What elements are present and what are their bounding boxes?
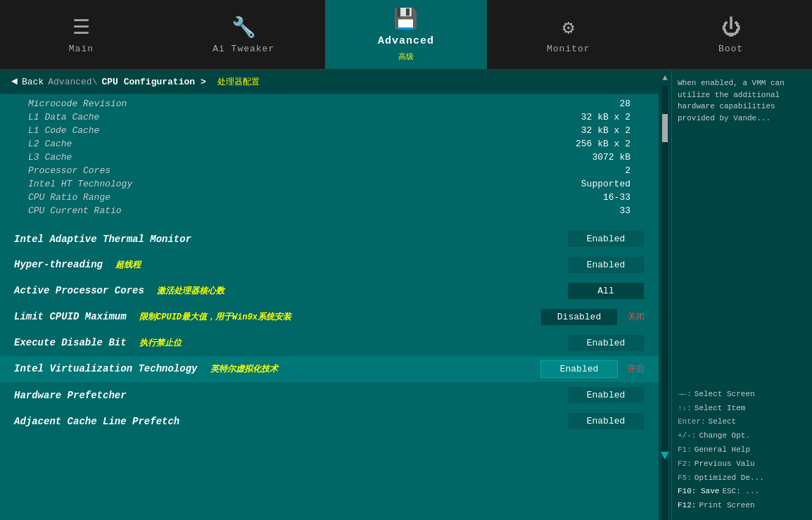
main-area: ◄ Back Advanced\ CPU Configuration > 处理器…: [0, 70, 812, 520]
label-ht: Intel HT Technology: [28, 179, 132, 189]
setting-limit-cpuid[interactable]: Limit CPUID Maximum 限制CPUID最大值，用于Win9x系统…: [0, 304, 659, 330]
setting-active-cores[interactable]: Active Processor Cores 激活处理器核心数 All: [0, 278, 659, 304]
value-l1d: 32 kB x 2: [581, 112, 630, 122]
back-arrow-icon: ◄: [11, 76, 18, 88]
value-ratio-current: 33: [619, 205, 630, 216]
info-row-l3: L3 Cache 3072 kB: [14, 151, 645, 164]
value-execute-disable[interactable]: Enabled: [567, 334, 645, 352]
label-thermal: Intel Adaptive Thermal Monitor: [14, 234, 191, 245]
value-hw-prefetch[interactable]: Enabled: [567, 386, 645, 404]
advanced-icon: 💾: [393, 7, 418, 31]
key-row-item: ↑↓: Select Item: [678, 402, 806, 416]
label-limit-cpuid: Limit CPUID Maximum 限制CPUID最大值，用于Win9x系统…: [14, 311, 291, 323]
label-adj-cache: Adjacent Cache Line Prefetch: [14, 416, 179, 427]
setting-adj-cache[interactable]: Adjacent Cache Line Prefetch Enabled: [0, 408, 659, 434]
label-l3: L3 Cache: [28, 152, 72, 163]
label-vt: Intel Virtualization Technology 英特尔虚拟化技术: [14, 363, 278, 375]
scroll-thumb[interactable]: [662, 114, 668, 142]
value-ht: Supported: [581, 179, 630, 189]
breadcrumb: ◄ Back Advanced\ CPU Configuration > 处理器…: [0, 70, 659, 94]
setting-vt[interactable]: Intel Virtualization Technology 英特尔虚拟化技术…: [0, 356, 659, 382]
annotation-vt: 开启: [628, 363, 645, 375]
value-l1c: 32 kB x 2: [581, 125, 630, 136]
label-cores: Processor Cores: [28, 165, 110, 176]
nav-main[interactable]: ☰ Main: [0, 0, 163, 69]
label-hyperthreading-chinese: 超线程: [115, 260, 141, 270]
label-l1c: L1 Code Cache: [28, 125, 99, 136]
nav-monitor[interactable]: ⚙ Monitor: [487, 0, 649, 69]
scroll-track: ▼: [659, 86, 671, 520]
nav-advanced[interactable]: 💾 Advanced 高级: [325, 0, 488, 69]
key-row-screen: →←: Select Screen: [678, 388, 806, 402]
label-execute-disable: Execute Disable Bit 执行禁止位: [14, 337, 182, 349]
divider: [0, 220, 659, 226]
value-microcode: 28: [619, 99, 630, 109]
info-row-l2: L2 Cache 256 kB x 2: [14, 137, 645, 151]
nav-ai-tweaker[interactable]: 🔧 Ai Tweaker: [163, 0, 325, 69]
key-row-enter: Enter: Select: [678, 415, 806, 429]
key-row-f12: F12: Print Screen: [678, 499, 806, 513]
setting-hyperthreading[interactable]: Hyper-threading 超线程 Enabled: [0, 252, 659, 278]
label-l1d: L1 Data Cache: [28, 112, 99, 122]
content-panel: ◄ Back Advanced\ CPU Configuration > 处理器…: [0, 70, 659, 520]
value-l3: 3072 kB: [592, 152, 630, 163]
main-icon: ☰: [72, 15, 90, 39]
label-hw-prefetch: Hardware Prefetcher: [14, 390, 127, 401]
top-nav: ☰ Main 🔧 Ai Tweaker 💾 Advanced 高级 ⚙ Moni…: [0, 0, 812, 70]
scroll-down-arrow[interactable]: ▼: [659, 448, 671, 464]
info-row-l1c: L1 Code Cache 32 kB x 2: [14, 124, 645, 137]
scrollbar[interactable]: ▲ ▼: [659, 70, 671, 520]
label-limit-cpuid-chinese: 限制CPUID最大值，用于Win9x系统安装: [139, 312, 291, 322]
help-text: When enabled, a VMM can utilize the addi…: [678, 77, 806, 124]
nav-tweaker-label: Ai Tweaker: [212, 44, 274, 54]
label-active-cores-chinese: 激活处理器核心数: [157, 286, 224, 296]
label-active-cores: Active Processor Cores 激活处理器核心数: [14, 285, 224, 297]
label-microcode: Microcode Revision: [28, 99, 127, 109]
setting-hw-prefetch[interactable]: Hardware Prefetcher Enabled: [0, 382, 659, 408]
label-l2: L2 Cache: [28, 139, 72, 149]
info-row-cores: Processor Cores 2: [14, 164, 645, 177]
help-panel: When enabled, a VMM can utilize the addi…: [671, 70, 812, 520]
nav-boot-label: Boot: [718, 44, 743, 54]
value-l2: 256 kB x 2: [576, 139, 630, 149]
info-section: Microcode Revision 28 L1 Data Cache 32 k…: [0, 94, 659, 220]
info-row-microcode: Microcode Revision 28: [14, 97, 645, 110]
key-row-f5: F5: Optimized De...: [678, 471, 806, 486]
annotation-limit-cpuid: 关闭: [628, 311, 645, 323]
value-cores: 2: [625, 165, 630, 176]
label-vt-chinese: 英特尔虚拟化技术: [210, 364, 278, 374]
value-ratio-range: 16-33: [603, 192, 630, 203]
monitor-icon: ⚙: [562, 15, 574, 39]
value-vt[interactable]: Enabled: [540, 360, 618, 378]
info-row-ratio-range: CPU Ratio Range 16-33: [14, 191, 645, 204]
key-row-f10: F10: Save ESC: ...: [678, 485, 806, 499]
value-hyperthreading[interactable]: Enabled: [567, 256, 645, 274]
nav-advanced-subtitle: 高级: [398, 51, 414, 62]
back-label[interactable]: Back: [22, 77, 44, 87]
nav-monitor-label: Monitor: [547, 44, 590, 54]
breadcrumb-chinese: 处理器配置: [217, 76, 260, 88]
setting-execute-disable[interactable]: Execute Disable Bit 执行禁止位 Enabled: [0, 330, 659, 356]
value-thermal[interactable]: Enabled: [567, 230, 645, 248]
setting-thermal[interactable]: Intel Adaptive Thermal Monitor Enabled: [0, 226, 659, 252]
key-row-f1: F1: General Help: [678, 443, 806, 457]
label-ratio-range: CPU Ratio Range: [28, 192, 110, 203]
breadcrumb-current: CPU Configuration >: [101, 77, 205, 87]
nav-boot[interactable]: ⏻ Boot: [649, 0, 812, 69]
key-row-change: +/-: Change Opt.: [678, 429, 806, 443]
label-hyperthreading: Hyper-threading 超线程: [14, 259, 141, 271]
boot-icon: ⏻: [721, 15, 741, 39]
value-limit-cpuid[interactable]: Disabled: [540, 308, 618, 326]
info-row-l1d: L1 Data Cache 32 kB x 2: [14, 110, 645, 124]
breadcrumb-path: Advanced\: [48, 77, 97, 87]
info-row-ht: Intel HT Technology Supported: [14, 177, 645, 191]
value-active-cores[interactable]: All: [567, 282, 645, 300]
nav-main-label: Main: [69, 44, 94, 54]
nav-advanced-label: Advanced: [378, 35, 434, 47]
scroll-up-arrow[interactable]: ▲: [659, 70, 671, 86]
label-execute-disable-chinese: 执行禁止位: [139, 338, 182, 348]
tweaker-icon: 🔧: [231, 15, 256, 39]
value-adj-cache[interactable]: Enabled: [567, 412, 645, 430]
help-keys: →←: Select Screen ↑↓: Select Item Enter:…: [678, 388, 806, 513]
label-ratio-current: CPU Current Ratio: [28, 205, 122, 216]
